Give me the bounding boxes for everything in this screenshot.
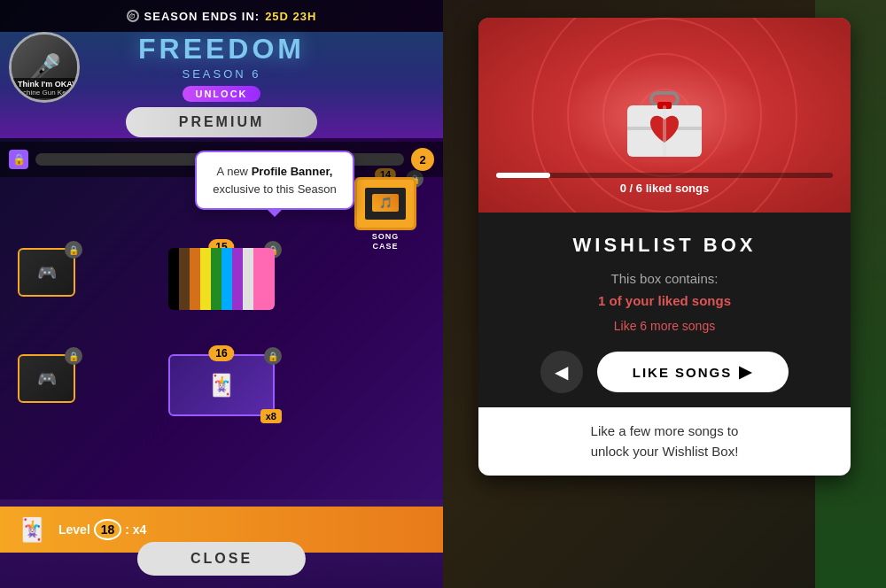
reward-cards-icon: 🃏	[18, 516, 46, 544]
wishlist-top: 0 / 6 liked songs	[478, 18, 851, 213]
season-label: SEASON 6	[182, 67, 260, 81]
freedom-title: FREEDOM	[138, 33, 305, 66]
item-level16[interactable]: 16 🔒 🃏 x8	[168, 354, 275, 416]
liked-songs-text: 0 / 6 liked songs	[496, 182, 833, 195]
lock-icon: 🔒	[9, 150, 28, 169]
wishlist-action: Like 6 more songs	[500, 319, 829, 333]
unlock-badge: UNLOCK	[183, 86, 260, 102]
left-item-lock-icon: 🔒	[65, 241, 82, 259]
wishlist-nav: ◀ LIKE SONGS ▶	[500, 351, 829, 393]
like-songs-button[interactable]: LIKE SONGS ▶	[597, 352, 789, 392]
close-button[interactable]: CLOSE	[137, 542, 306, 576]
bottom-area: 🃏 Level 18 : x4 CLOSE	[0, 499, 443, 588]
level-text: Level 18 : x4	[58, 522, 146, 537]
season-timer: ⏱ SEASON ENDS IN: 25D 23H	[127, 10, 317, 23]
suitcase-svg	[620, 89, 709, 160]
now-playing-artist: Machine Gun Kelly	[13, 89, 75, 97]
premium-button[interactable]: PREMIUM	[126, 107, 318, 137]
wishlist-body: WISHLIST BOX This box contains: 1 of you…	[478, 213, 851, 407]
bottom-item-lock-icon: 🔒	[65, 347, 82, 365]
locked-item-bottom[interactable]: 🔒 🎮	[18, 354, 75, 403]
tooltip-text: A new Profile Banner, exclusive to this …	[211, 163, 338, 197]
season-header: ⏱ SEASON ENDS IN: 25D 23H	[0, 0, 443, 32]
season-track: 🔒 14 🎵 SONG CASE 🔒 🎮 15 🔒	[0, 177, 443, 499]
svg-rect-4	[663, 105, 666, 157]
wishlist-highlight: 1 of your liked songs	[500, 293, 829, 308]
right-panel: 0 / 6 liked songs WISHLIST BOX This box …	[443, 0, 886, 588]
wishlist-desc: This box contains:	[500, 271, 829, 286]
tooltip: A new Profile Banner, exclusive to this …	[195, 151, 354, 210]
level-badge: 18	[94, 519, 122, 540]
profile-banner	[168, 248, 275, 310]
wishlist-footer: Like a few more songs to unlock your Wis…	[478, 407, 851, 476]
like-songs-arrow-icon: ▶	[739, 362, 753, 382]
songcase-box: 🎵	[354, 177, 416, 230]
banner-stripes	[168, 248, 275, 310]
liked-bar-background	[496, 173, 833, 178]
left-panel: FREEDOM SEASON 6 UNLOCK PREMIUM ⏱ SEASON…	[0, 0, 443, 588]
songcase-label: SONG CASE	[354, 232, 416, 251]
wishlist-panel: 0 / 6 liked songs WISHLIST BOX This box …	[478, 18, 851, 476]
wishlist-suitcase	[620, 89, 709, 164]
clock-icon: ⏱	[127, 10, 139, 22]
wishlist-title: WISHLIST BOX	[500, 234, 829, 257]
item16-multiplier: x8	[260, 409, 282, 423]
profile-banner-item[interactable]: 15 🔒	[168, 248, 275, 310]
badge-count: 2	[411, 148, 434, 171]
item16-level: 16	[208, 345, 234, 361]
item16-lock-icon: 🔒	[264, 347, 282, 365]
avatar: 🎤 I Think I'm OKAY Machine Gun Kelly	[9, 32, 80, 103]
locked-item-left[interactable]: 🔒 🎮	[18, 248, 75, 297]
footer-text: Like a few more songs to unlock your Wis…	[500, 422, 829, 461]
songcase-item[interactable]: 🔒 14 🎵 SONG CASE	[354, 177, 416, 252]
prev-button[interactable]: ◀	[540, 351, 583, 393]
liked-songs-section: 0 / 6 liked songs	[496, 173, 833, 195]
liked-bar-fill	[496, 173, 550, 178]
now-playing-title: I Think I'm OKAY	[13, 80, 75, 89]
item16-card: 🃏	[168, 354, 275, 416]
